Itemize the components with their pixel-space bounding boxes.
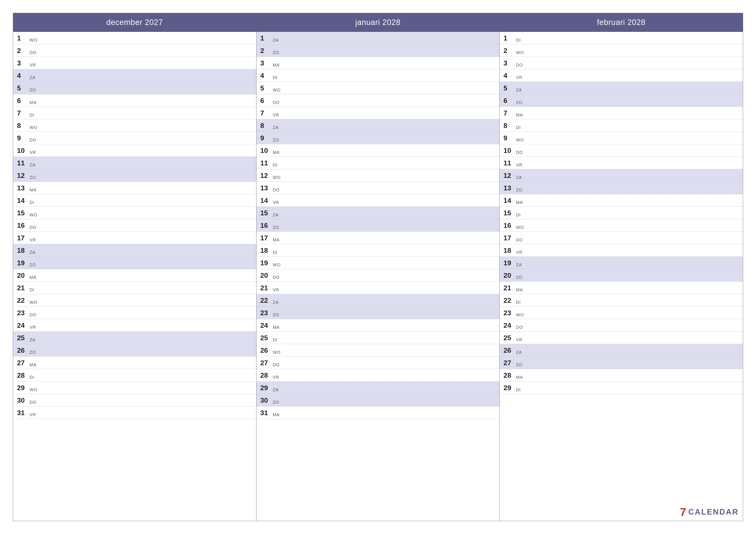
day-name: ZA [273,387,279,392]
day-name: ZA [516,350,522,355]
day-number: 6 [503,97,515,104]
day-number: 23 [260,309,272,316]
day-name: VR [30,325,36,330]
day-row: 4ZA [13,69,256,82]
day-row: 14VR [256,194,500,207]
day-name: ZA [30,250,36,255]
day-row: 11VR [500,157,743,169]
day-name: DO [30,400,37,405]
day-name: ZO [516,275,523,280]
day-name: MA [516,375,523,380]
day-row: 8ZA [256,119,500,132]
calendar-page: december 20271WO2DO3VR4ZA5ZO6MA7DI8WO9DO… [0,0,756,534]
day-name: MA [30,100,37,105]
day-name: DI [516,387,521,392]
day-name: WO [516,313,524,318]
day-row: 10MA [256,144,500,157]
day-name: DI [273,250,278,255]
day-name: ZA [30,338,36,343]
day-number: 6 [260,97,272,104]
day-row: 11ZA [13,157,256,169]
day-row: 18DI [256,244,500,257]
day-row: 9ZO [256,132,500,144]
day-number: 26 [260,347,272,354]
day-name: WO [30,300,37,305]
day-number: 29 [503,384,515,391]
day-row: 29ZA [256,382,500,394]
day-name: ZO [30,350,36,355]
day-row: 27ZO [500,357,743,369]
day-row: 7DI [13,107,256,119]
day-row: 2WO [500,44,743,57]
day-row: 28MA [500,369,743,382]
day-row: 23WO [500,307,743,319]
day-name: MA [273,238,280,242]
day-number: 25 [503,334,515,341]
day-row: 23DO [13,307,256,319]
day-number: 22 [503,297,515,304]
day-row: 4DI [256,69,500,82]
day-row: 27DO [256,357,500,369]
day-name: WO [30,38,37,43]
day-name: MA [273,150,280,155]
month-col-2: februari 20281DI2WO3DO4VR5ZA6ZO7MA8DI9WO… [500,13,743,521]
day-row: 29WO [13,382,256,394]
day-name: WO [30,125,37,130]
day-number: 4 [260,72,272,79]
day-name: DO [30,313,37,318]
day-number: 3 [503,60,515,66]
day-name: ZO [273,313,279,318]
day-row: 16DO [13,219,256,232]
day-number: 27 [503,359,515,366]
month-header-2: februari 2028 [500,13,743,32]
day-name: MA [516,113,523,117]
day-row: 28VR [256,369,500,382]
day-name: DO [30,138,37,142]
day-number: 7 [260,110,272,116]
day-name: WO [273,263,281,267]
day-number: 28 [17,372,29,379]
day-number: 9 [503,135,515,141]
day-row: 16WO [500,219,743,232]
day-row: 21DI [13,282,256,294]
day-row: 18VR [500,244,743,257]
day-number: 19 [503,260,515,267]
day-name: DI [516,213,521,217]
day-name: MA [516,200,523,205]
day-row: 6DO [256,94,500,107]
day-row: 26ZO [13,344,256,357]
day-name: MA [273,412,280,417]
day-name: DI [273,338,278,343]
day-number: 14 [260,197,272,204]
day-number: 27 [260,359,272,366]
day-number: 6 [17,97,29,104]
day-number: 2 [503,47,515,54]
day-row: 20DO [256,269,500,282]
day-number: 7 [503,110,515,116]
day-number: 25 [260,334,272,341]
day-number: 8 [260,122,272,129]
day-name: MA [30,362,37,367]
day-row: 6ZO [500,94,743,107]
day-number: 19 [260,260,272,267]
day-number: 11 [260,160,272,166]
day-number: 10 [17,147,29,154]
day-name: VR [30,63,36,67]
day-name: WO [30,387,37,392]
day-name: MA [30,275,37,280]
day-row: 22WO [13,294,256,307]
day-name: ZA [30,163,36,167]
day-row: 16ZO [256,219,500,232]
brand-number: 7 [680,506,686,519]
day-name: ZA [516,175,522,180]
day-row: 25DI [256,332,500,344]
day-number: 13 [17,185,29,191]
day-number: 20 [260,272,272,279]
calendar-grid: december 20271WO2DO3VR4ZA5ZO6MA7DI8WO9DO… [13,13,743,521]
day-number: 13 [260,185,272,191]
day-number: 14 [17,197,29,204]
day-row: 31VR [13,407,256,419]
day-number: 21 [503,285,515,291]
day-number: 15 [260,210,272,216]
day-number: 15 [17,210,29,216]
